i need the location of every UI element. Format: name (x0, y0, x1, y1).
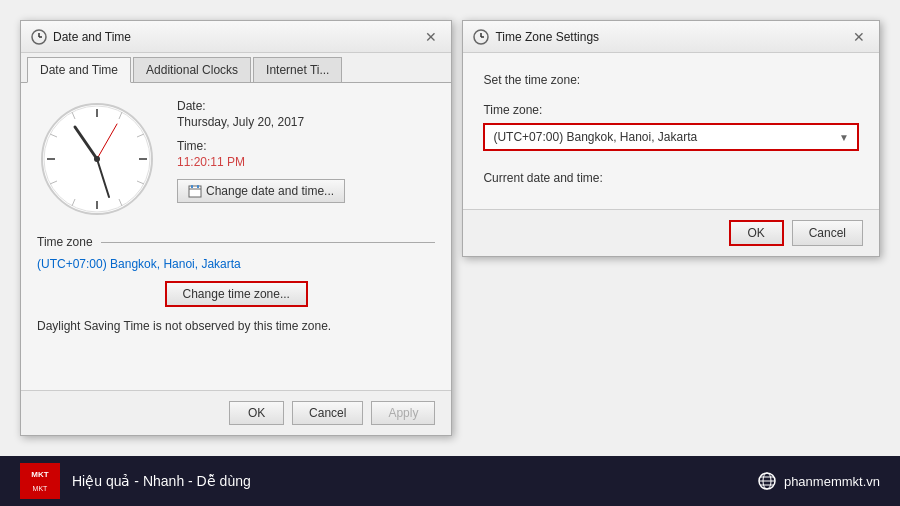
timezone-select[interactable]: (UTC+07:00) Bangkok, Hanoi, Jakarta (UTC… (485, 125, 857, 149)
section-divider-line (101, 242, 436, 243)
change-timezone-button[interactable]: Change time zone... (165, 281, 308, 307)
calendar-icon (188, 184, 202, 198)
timezone-dialog: Time Zone Settings ✕ Set the time zone: … (462, 20, 880, 257)
bottom-left: MKT MKT Hiệu quả - Nhanh - Dễ dùng (20, 463, 251, 499)
tz-title-icon (473, 29, 489, 45)
time-value: 11:20:11 PM (177, 155, 435, 169)
date-label: Date: (177, 99, 435, 113)
tz-select-wrapper: (UTC+07:00) Bangkok, Hanoi, Jakarta (UTC… (483, 123, 859, 151)
tab-internet-time[interactable]: Internet Ti... (253, 57, 342, 82)
timezone-section-label: Time zone (37, 235, 93, 249)
change-datetime-label: Change date and time... (206, 184, 334, 198)
website-label: phanmemmkt.vn (784, 474, 880, 489)
timezone-ok-button[interactable]: OK (729, 220, 784, 246)
dst-note: Daylight Saving Time is not observed by … (37, 319, 435, 333)
svg-point-20 (94, 156, 100, 162)
timezone-display-value: (UTC+07:00) Bangkok, Hanoi, Jakarta (37, 257, 435, 271)
timezone-body: Set the time zone: Time zone: (UTC+07:00… (463, 53, 879, 209)
bottom-tagline: Hiệu quả - Nhanh - Dễ dùng (72, 473, 251, 489)
bottom-bar: MKT MKT Hiệu quả - Nhanh - Dễ dùng phanm… (0, 456, 900, 506)
datetime-titlebar: Date and Time ✕ (21, 21, 451, 53)
clock-title-icon (31, 29, 47, 45)
time-label: Time: (177, 139, 435, 153)
datetime-dialog: Date and Time ✕ Date and Time Additional… (20, 20, 452, 436)
tab-date-time[interactable]: Date and Time (27, 57, 131, 83)
svg-text:MKT: MKT (31, 470, 48, 479)
logo-svg: MKT MKT (20, 463, 60, 499)
date-value: Thursday, July 20, 2017 (177, 115, 435, 129)
datetime-tabbar: Date and Time Additional Clocks Internet… (21, 53, 451, 83)
timezone-titlebar: Time Zone Settings ✕ (463, 21, 879, 53)
datetime-close-button[interactable]: ✕ (421, 27, 441, 47)
timezone-section: Time zone (UTC+07:00) Bangkok, Hanoi, Ja… (37, 235, 435, 307)
svg-rect-28 (20, 463, 60, 499)
analog-clock (37, 99, 157, 219)
current-dt-label: Current date and time: (483, 171, 859, 185)
timezone-footer: OK Cancel (463, 209, 879, 256)
timezone-title: Time Zone Settings (495, 30, 599, 44)
svg-rect-22 (191, 185, 193, 188)
svg-rect-21 (189, 186, 201, 197)
change-datetime-button[interactable]: Change date and time... (177, 179, 345, 203)
tz-field-label: Time zone: (483, 103, 859, 117)
bottom-right: phanmemmkt.vn (758, 472, 880, 490)
datetime-title: Date and Time (53, 30, 131, 44)
datetime-footer: OK Cancel Apply (21, 390, 451, 435)
datetime-cancel-button[interactable]: Cancel (292, 401, 363, 425)
timezone-close-button[interactable]: ✕ (849, 27, 869, 47)
datetime-apply-button[interactable]: Apply (371, 401, 435, 425)
datetime-ok-button[interactable]: OK (229, 401, 284, 425)
svg-text:MKT: MKT (33, 485, 49, 492)
svg-rect-23 (197, 185, 199, 188)
tab-additional-clocks[interactable]: Additional Clocks (133, 57, 251, 82)
timezone-cancel-button[interactable]: Cancel (792, 220, 863, 246)
tz-instruction: Set the time zone: (483, 73, 859, 87)
datetime-body: Date: Thursday, July 20, 2017 Time: 11:2… (21, 83, 451, 390)
datetime-info: Date: Thursday, July 20, 2017 Time: 11:2… (177, 99, 435, 203)
globe-icon (758, 472, 776, 490)
mkt-logo: MKT MKT (20, 463, 60, 499)
